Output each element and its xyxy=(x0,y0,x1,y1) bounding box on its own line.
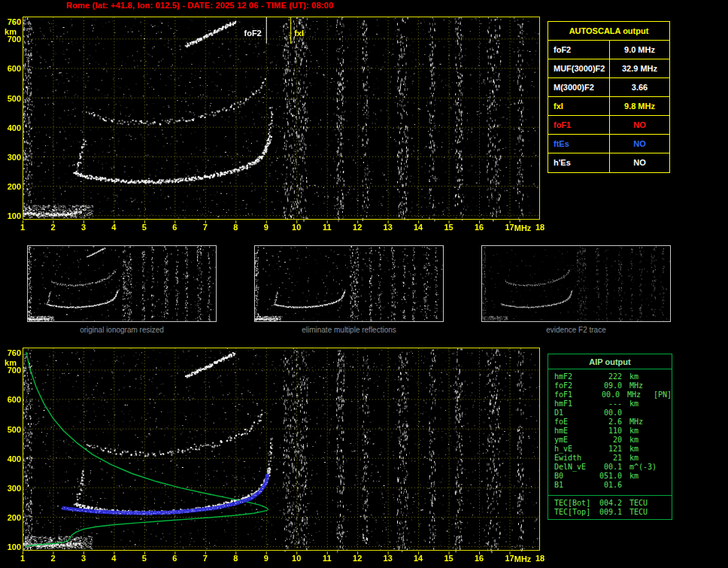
aip-param-extra xyxy=(657,381,672,390)
panel-original-canvas xyxy=(28,246,216,321)
aip-row: B0051.0km xyxy=(548,472,672,481)
aip-row: foF100.0MHz[PN] xyxy=(548,390,672,399)
autoscala-row-label: MUF(3000)F2 xyxy=(548,59,610,77)
autoscala-row: foF29.0 MHz xyxy=(548,41,669,59)
bottom-ionogram-canvas xyxy=(23,348,540,555)
aip-param-name: TEC[Bot] xyxy=(548,499,595,508)
aip-param-value: 110 xyxy=(595,427,622,436)
aip-param-name: DelN_vE xyxy=(548,463,595,472)
autoscala-row-value: NO xyxy=(610,116,669,134)
aip-param-name: hmE xyxy=(548,427,595,436)
x-tick-label: 1 xyxy=(16,554,29,563)
y-tick-label: 600 xyxy=(1,64,21,73)
aip-param-extra xyxy=(657,436,672,445)
autoscala-table-title: AUTOSCALA output xyxy=(548,22,669,41)
aip-param-unit: MHz xyxy=(620,390,654,399)
x-tick-label: 4 xyxy=(107,223,120,232)
aip-param-name: D1 xyxy=(548,409,595,418)
aip-param-unit: km xyxy=(622,445,657,454)
aip-table-title: AIP output xyxy=(548,354,672,369)
y-tick-label: 400 xyxy=(1,454,21,463)
x-axis-unit-label: MHz xyxy=(514,554,532,563)
marker-label-foF2: foF2 xyxy=(232,29,262,38)
x-tick-label: 6 xyxy=(168,223,181,232)
y-tick-label: 100 xyxy=(1,542,21,551)
aip-table: AIP output hmF2222kmfoF209.0MHzfoF100.0M… xyxy=(548,354,672,520)
aip-param-unit: km xyxy=(622,436,657,445)
aip-row: h_vE121km xyxy=(548,445,672,454)
y-tick-label: 400 xyxy=(1,123,21,132)
autoscala-row: fxI9.8 MHz xyxy=(548,97,669,116)
aip-row: hmE110km xyxy=(548,427,672,436)
x-tick-label: 1 xyxy=(16,223,29,232)
aip-param-value: 00.1 xyxy=(595,463,622,472)
x-tick-label: 9 xyxy=(259,223,273,232)
aip-row: DelN_vE00.1m^(-3) xyxy=(548,463,672,472)
top-ionogram-canvas xyxy=(23,17,540,224)
autoscala-app: Rome (lat: +41.8, lon: 012.5) - DATE: 20… xyxy=(0,0,728,568)
autoscala-row-value: NO xyxy=(610,153,669,172)
x-tick-label: 15 xyxy=(442,223,456,232)
aip-param-unit: MHz xyxy=(622,381,657,390)
aip-param-name: hmF2 xyxy=(548,372,595,381)
y-tick-label: 500 xyxy=(1,94,21,103)
autoscala-row-label: h'Es xyxy=(548,153,610,172)
aip-param-extra: [PN] xyxy=(654,390,672,399)
aip-param-name: TEC[Top] xyxy=(548,508,595,517)
x-tick-label: 12 xyxy=(350,223,364,232)
x-tick-label: 3 xyxy=(77,554,90,563)
x-tick-label: 8 xyxy=(229,223,242,232)
x-tick-label: 15 xyxy=(442,554,456,563)
x-tick-label: 2 xyxy=(46,223,59,232)
x-tick-label: 5 xyxy=(138,223,151,232)
aip-param-value: 00.0 xyxy=(593,390,620,399)
x-tick-label: 3 xyxy=(77,223,90,232)
panel-evidence-f2-canvas xyxy=(482,246,670,321)
aip-param-unit: TECU xyxy=(622,508,657,517)
y-axis-unit-label: km xyxy=(1,27,17,36)
x-tick-label: 9 xyxy=(259,554,273,563)
aip-param-unit: km xyxy=(622,454,657,463)
aip-param-name: h_vE xyxy=(548,445,595,454)
aip-param-extra xyxy=(657,445,672,454)
aip-param-extra xyxy=(657,418,672,427)
aip-param-value: 051.0 xyxy=(595,472,622,481)
aip-param-name: B0 xyxy=(548,472,595,481)
autoscala-row: MUF(3000)F232.9 MHz xyxy=(548,59,669,78)
aip-param-value: 222 xyxy=(595,372,622,381)
aip-param-value: 121 xyxy=(595,445,622,454)
aip-param-extra xyxy=(657,427,672,436)
marker-label-fxI: fxI xyxy=(294,29,304,38)
x-tick-label: 18 xyxy=(533,223,547,232)
x-tick-label: 6 xyxy=(168,554,181,563)
x-tick-label: 13 xyxy=(381,554,395,563)
x-tick-label: 13 xyxy=(381,223,395,232)
aip-param-value: 2.6 xyxy=(595,418,622,427)
aip-param-name: ymE xyxy=(548,436,595,445)
aip-row: Ewidth21km xyxy=(548,454,672,463)
aip-row: hmF2222km xyxy=(548,372,672,381)
x-tick-label: 11 xyxy=(320,223,334,232)
aip-param-value: 21 xyxy=(595,454,622,463)
autoscala-row-value: 9.0 MHz xyxy=(610,41,669,59)
aip-param-unit: km xyxy=(622,472,657,481)
autoscala-row-label: fxI xyxy=(548,97,610,115)
autoscala-row-label: ftEs xyxy=(548,135,610,153)
panel-original-ionogram xyxy=(27,245,217,322)
aip-param-extra xyxy=(657,372,672,381)
autoscala-row-label: foF2 xyxy=(548,41,610,59)
x-tick-label: 18 xyxy=(533,554,547,563)
autoscala-row: ftEsNO xyxy=(548,135,669,153)
aip-tec-list: TEC[Bot]004.2TECUTEC[Top]009.1TECU xyxy=(548,495,672,519)
y-tick-label: 600 xyxy=(1,395,21,404)
panel-eliminate-reflections-canvas xyxy=(255,246,443,321)
x-tick-label: 5 xyxy=(138,554,151,563)
aip-param-extra xyxy=(657,454,672,463)
aip-row: hmF1---km xyxy=(548,399,672,409)
aip-param-unit xyxy=(622,409,657,418)
panel-caption: original ionogram resized xyxy=(27,326,217,334)
x-tick-label: 14 xyxy=(411,223,425,232)
x-tick-label: 16 xyxy=(472,554,486,563)
aip-param-unit: m^(-3) xyxy=(622,463,657,472)
aip-param-value: 01.6 xyxy=(595,481,622,490)
